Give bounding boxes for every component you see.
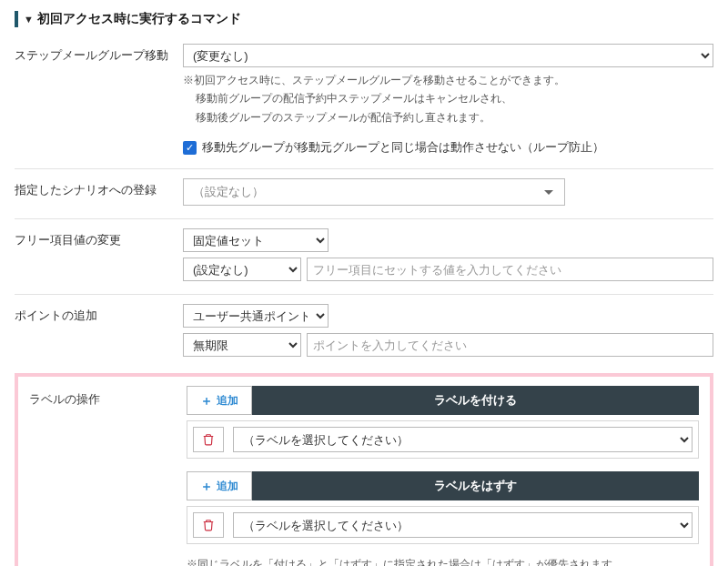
row-stepmail: ステップメールグループ移動 (変更なし) ※初回アクセス時に、ステップメールグル… bbox=[15, 40, 713, 168]
collapse-triangle-icon: ▼ bbox=[24, 14, 34, 25]
stepmail-group-select[interactable]: (変更なし) bbox=[183, 44, 713, 67]
check-icon: ✓ bbox=[186, 143, 194, 153]
loop-prevent-checkbox[interactable]: ✓ bbox=[183, 141, 197, 155]
scenario-select[interactable]: （設定なし） bbox=[183, 178, 565, 206]
scenario-select-placeholder: （設定なし） bbox=[193, 184, 264, 200]
plus-icon: ＋ bbox=[200, 394, 213, 407]
trash-icon bbox=[202, 433, 215, 446]
label-detach-block: ＋ 追加 ラベルをはずす （ラベルを選択してください） bbox=[187, 471, 699, 544]
freeitem-mode-select[interactable]: 固定値セット bbox=[183, 228, 329, 252]
freeitem-field-select[interactable]: (設定なし) bbox=[183, 258, 301, 281]
points-value-input[interactable] bbox=[307, 333, 713, 357]
label-detach-delete-button[interactable] bbox=[193, 512, 224, 538]
row-points: ポイントの追加 ユーザー共通ポイント 無期限 bbox=[15, 294, 713, 369]
section-title-text: 初回アクセス時に実行するコマンド bbox=[37, 11, 241, 27]
labels-row-label: ラベルの操作 bbox=[29, 386, 187, 408]
points-type-select[interactable]: ユーザー共通ポイント bbox=[183, 304, 329, 328]
points-label: ポイントの追加 bbox=[15, 304, 183, 324]
plus-icon: ＋ bbox=[200, 480, 213, 492]
label-attach-select[interactable]: （ラベルを選択してください） bbox=[233, 427, 693, 452]
row-scenario: 指定したシナリオへの登録 （設定なし） bbox=[15, 168, 713, 218]
scenario-label: 指定したシナリオへの登録 bbox=[15, 178, 183, 198]
row-freeitem: フリー項目値の変更 固定値セット (設定なし) bbox=[15, 218, 713, 294]
label-attach-delete-button[interactable] bbox=[193, 427, 224, 452]
section-title[interactable]: ▼ 初回アクセス時に実行するコマンド bbox=[15, 11, 713, 27]
label-detach-add-button[interactable]: ＋ 追加 bbox=[187, 471, 252, 500]
freeitem-value-input[interactable] bbox=[307, 258, 713, 281]
label-attach-header: ラベルを付ける bbox=[252, 386, 699, 415]
freeitem-label: フリー項目値の変更 bbox=[15, 228, 183, 248]
loop-prevent-label: 移動先グループが移動元グループと同じ場合は動作させない（ループ防止） bbox=[202, 139, 604, 156]
stepmail-note: ※初回アクセス時に、ステップメールグループを移動させることができます。 移動前グ… bbox=[183, 71, 713, 126]
labels-panel: ラベルの操作 ＋ 追加 ラベルを付ける bbox=[15, 373, 713, 566]
label-attach-block: ＋ 追加 ラベルを付ける （ラベルを選択してください） bbox=[187, 386, 699, 459]
points-expire-select[interactable]: 無期限 bbox=[183, 333, 301, 357]
label-detach-header: ラベルをはずす bbox=[252, 471, 699, 500]
trash-icon bbox=[202, 519, 215, 531]
labels-footer-note: ※同じラベルを「付ける」と「はずす」に指定された場合は「はずす」が優先されます。 bbox=[187, 557, 699, 566]
label-attach-add-button[interactable]: ＋ 追加 bbox=[187, 386, 252, 415]
stepmail-label: ステップメールグループ移動 bbox=[15, 44, 183, 64]
label-detach-select[interactable]: （ラベルを選択してください） bbox=[233, 512, 693, 538]
